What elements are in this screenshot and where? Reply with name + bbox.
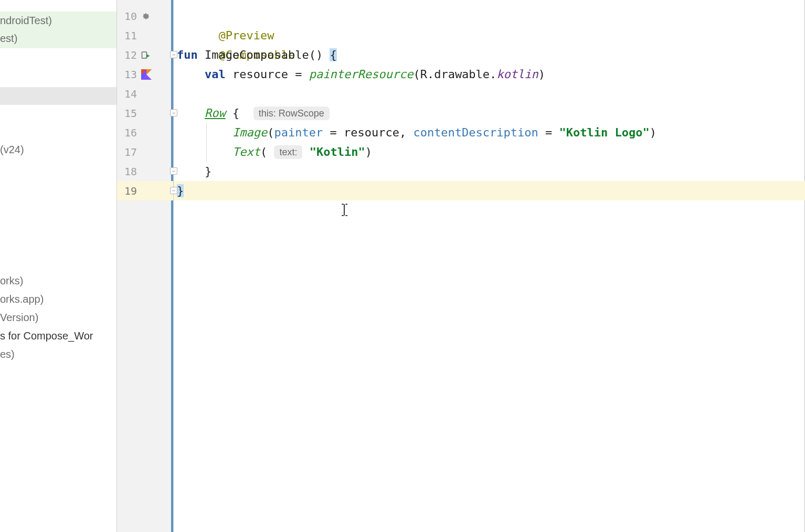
- brace-token: }: [205, 165, 211, 178]
- fold-handle-icon[interactable]: [170, 51, 177, 58]
- line-number: 12: [117, 49, 139, 61]
- call-token: Text: [232, 145, 260, 158]
- line-number: 17: [117, 146, 139, 158]
- code-line[interactable]: [174, 84, 805, 103]
- punct-token: =: [330, 126, 336, 139]
- gutter-row[interactable]: 16: [117, 123, 173, 142]
- svg-rect-0: [142, 52, 147, 58]
- text-cursor-icon: [341, 204, 348, 216]
- gutter-row[interactable]: 15: [117, 103, 173, 123]
- gutter-row[interactable]: 17: [117, 142, 173, 162]
- line-number: 13: [117, 68, 139, 81]
- property-token: kotlin: [496, 68, 538, 81]
- gutter-row[interactable]: 10: [117, 6, 173, 26]
- punct-token: (: [267, 126, 274, 139]
- punct-token: =: [295, 68, 302, 81]
- code-line[interactable]: Row { this: RowScope: [174, 103, 805, 123]
- line-number: 15: [117, 107, 139, 120]
- project-item-label: ndroidTest): [0, 15, 52, 26]
- gutter-row[interactable]: 18: [117, 162, 173, 181]
- code-line[interactable]: Image(painter = resource, contentDescrip…: [174, 123, 805, 142]
- project-item-label: (v24): [0, 144, 24, 155]
- ide-root: ndroidTest) est) (v24) orks) orks.app) V…: [0, 0, 805, 532]
- project-item-label: orks): [0, 275, 23, 286]
- gutter-row[interactable]: 14: [117, 84, 173, 103]
- string-token: "Kotlin": [310, 145, 365, 158]
- punct-token: .: [490, 68, 496, 81]
- brace-token-highlight: {: [330, 48, 336, 61]
- code-line[interactable]: fun ImageComposable() {: [174, 45, 805, 65]
- fold-handle-icon[interactable]: [170, 167, 177, 175]
- punct-token: (): [309, 48, 323, 61]
- code-editor[interactable]: @Preview @Composable fun ImageComposable…: [174, 0, 805, 532]
- fold-guide-line: [173, 117, 174, 167]
- project-item-highlight-gray: [0, 87, 116, 105]
- brace-token: {: [232, 107, 239, 120]
- line-number: 16: [117, 126, 139, 139]
- project-item[interactable]: Version): [0, 312, 38, 324]
- fold-handle-icon[interactable]: [170, 187, 177, 194]
- project-item-label: es): [0, 348, 15, 360]
- code-line[interactable]: }: [174, 162, 805, 181]
- punct-token: .: [427, 68, 434, 81]
- code-line[interactable]: @Preview: [174, 6, 805, 26]
- project-item-label: Version): [0, 312, 38, 323]
- project-item[interactable]: s for Compose_Wor: [0, 330, 93, 342]
- identifier-token: drawable: [434, 68, 490, 81]
- kotlin-icon[interactable]: [141, 69, 152, 80]
- code-line[interactable]: Text( text: "Kotlin"): [174, 142, 805, 162]
- code-line[interactable]: val resource = painterResource(R.drawabl…: [174, 65, 805, 84]
- project-item[interactable]: orks): [0, 275, 23, 287]
- project-item-label: orks.app): [0, 293, 44, 305]
- punct-token: ): [538, 68, 545, 81]
- line-number: 10: [117, 10, 139, 23]
- call-token: Image: [232, 126, 267, 139]
- inline-hint: this: RowScope: [253, 107, 330, 120]
- gutter-row[interactable]: 13: [117, 65, 173, 84]
- code-line[interactable]: @Composable: [174, 26, 805, 45]
- punct-token: =: [545, 126, 552, 139]
- punct-token: ,: [399, 126, 406, 139]
- named-param-token: contentDescription: [413, 126, 538, 139]
- identifier-token: resource: [232, 68, 288, 81]
- project-panel[interactable]: ndroidTest) est) (v24) orks) orks.app) V…: [0, 0, 117, 532]
- named-param-token: painter: [274, 126, 323, 139]
- punct-token: (: [260, 145, 267, 158]
- run-preview-icon[interactable]: [141, 50, 151, 60]
- identifier-token: R: [420, 68, 427, 81]
- project-item-label: s for Compose_Wor: [0, 330, 93, 342]
- punct-token: (: [413, 68, 420, 81]
- punct-token: ): [650, 126, 656, 139]
- brace-token-highlight: }: [177, 184, 184, 197]
- project-item[interactable]: es): [0, 348, 15, 360]
- project-item[interactable]: ndroidTest): [0, 15, 52, 27]
- editor-gutter[interactable]: 10 11 12 13: [117, 0, 174, 532]
- project-item[interactable]: (v24): [0, 144, 24, 156]
- code-line-current[interactable]: }: [174, 181, 805, 200]
- gutter-row[interactable]: 12: [117, 45, 173, 65]
- inline-hint: text:: [274, 145, 302, 159]
- line-number: 18: [117, 165, 139, 178]
- gutter-row-current[interactable]: 19: [117, 181, 173, 200]
- keyword-token: val: [205, 68, 226, 81]
- line-number: 19: [117, 185, 139, 197]
- project-item-label: est): [0, 33, 17, 44]
- project-item[interactable]: est): [0, 33, 17, 45]
- svg-marker-3: [146, 69, 152, 75]
- project-item[interactable]: orks.app): [0, 293, 44, 305]
- call-token: painterResource: [309, 68, 414, 81]
- punct-token: ): [365, 145, 372, 158]
- gear-icon[interactable]: [141, 12, 151, 21]
- function-name-token: ImageComposable: [205, 48, 309, 61]
- gutter-row[interactable]: 11: [117, 26, 173, 45]
- line-number: 14: [117, 88, 139, 100]
- identifier-token: resource: [344, 126, 399, 139]
- fold-handle-icon[interactable]: [170, 109, 177, 116]
- line-number: 11: [117, 29, 139, 42]
- keyword-token: fun: [177, 48, 198, 61]
- string-token: "Kotlin Logo": [559, 126, 650, 139]
- call-token: Row: [205, 107, 226, 120]
